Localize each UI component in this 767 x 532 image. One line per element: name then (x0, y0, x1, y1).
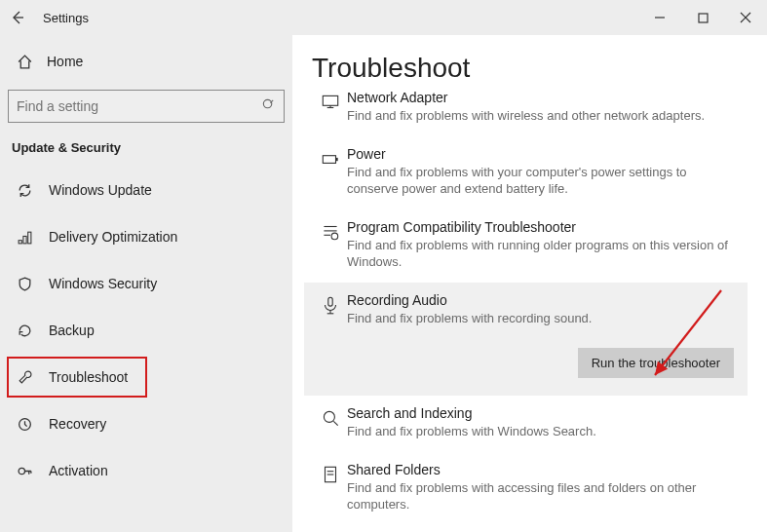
sidebar-item-label: Windows Update (49, 182, 152, 198)
troubleshooter-desc: Find and fix problems with running older… (347, 237, 738, 271)
troubleshooter-power[interactable]: Power Find and fix problems with your co… (304, 136, 748, 209)
search-icon (261, 97, 276, 116)
sidebar-item-windows-security[interactable]: Windows Security (8, 264, 285, 303)
home-label: Home (47, 54, 83, 69)
search-box[interactable] (8, 90, 285, 123)
troubleshooter-title: Network Adapter (347, 90, 738, 105)
wrench-icon (14, 369, 35, 386)
svg-rect-7 (22, 236, 25, 243)
sidebar-nav: Windows Update Delivery Optimization Win… (8, 171, 285, 490)
troubleshooter-list: Network Adapter Find and fix problems wi… (304, 90, 748, 525)
svg-rect-6 (19, 240, 21, 243)
sidebar-item-recovery[interactable]: Recovery (8, 404, 285, 443)
troubleshooter-desc: Find and fix problems with your computer… (347, 164, 738, 198)
section-header: Update & Security (12, 140, 285, 155)
troubleshooter-program-compatibility[interactable]: Program Compatibility Troubleshooter Fin… (304, 209, 748, 283)
troubleshooter-desc: Find and fix problems with accessing fil… (347, 479, 738, 513)
svg-point-4 (263, 99, 271, 107)
troubleshooter-shared-folders[interactable]: Shared Folders Find and fix problems wit… (304, 452, 748, 525)
titlebar: Settings (0, 0, 767, 35)
troubleshooter-desc: Find and fix problems with wireless and … (347, 107, 738, 125)
svg-point-19 (331, 233, 338, 240)
sidebar-item-label: Activation (49, 463, 108, 478)
troubleshooter-title: Search and Indexing (347, 405, 738, 421)
monitor-icon (314, 90, 347, 125)
backup-icon (14, 323, 35, 339)
sidebar-item-label: Windows Security (49, 276, 157, 291)
close-button[interactable] (724, 0, 767, 35)
window-title: Settings (43, 11, 89, 25)
troubleshooter-title: Shared Folders (347, 462, 738, 477)
sidebar-item-backup[interactable]: Backup (8, 311, 285, 350)
troubleshooter-title: Power (347, 146, 738, 162)
sidebar-item-windows-update[interactable]: Windows Update (8, 171, 285, 209)
troubleshooter-desc: Find and fix problems with recording sou… (347, 310, 738, 327)
run-troubleshooter-button[interactable]: Run the troubleshooter (578, 348, 734, 378)
shield-icon (14, 276, 35, 292)
svg-point-10 (19, 468, 24, 474)
sidebar-item-label: Backup (49, 323, 95, 338)
sidebar-item-label: Recovery (49, 416, 106, 432)
sidebar-item-label: Troubleshoot (49, 369, 128, 385)
minimize-button[interactable] (638, 0, 681, 35)
battery-icon (314, 146, 347, 198)
maximize-button[interactable] (681, 0, 724, 35)
svg-rect-14 (323, 155, 335, 163)
troubleshooter-search-indexing[interactable]: Search and Indexing Find and fix problem… (304, 396, 748, 452)
home-icon (14, 54, 35, 70)
microphone-icon (314, 292, 347, 379)
svg-rect-1 (699, 14, 708, 22)
minimize-icon (654, 12, 666, 23)
svg-rect-15 (336, 157, 338, 160)
troubleshooter-desc: Find and fix problems with Windows Searc… (347, 423, 738, 440)
sidebar-item-delivery-optimization[interactable]: Delivery Optimization (8, 217, 285, 256)
search-input[interactable] (17, 98, 261, 114)
key-icon (14, 463, 35, 479)
sidebar-item-label: Delivery Optimization (49, 229, 177, 245)
svg-line-24 (333, 422, 337, 426)
troubleshooter-network-adapter[interactable]: Network Adapter Find and fix problems wi… (304, 90, 748, 136)
sync-icon (14, 182, 35, 199)
svg-rect-8 (27, 232, 30, 244)
arrow-left-icon (10, 10, 25, 25)
troubleshooter-title: Program Compatibility Troubleshooter (347, 219, 738, 235)
sidebar-item-troubleshoot[interactable]: Troubleshoot (8, 358, 146, 397)
maximize-icon (698, 13, 709, 23)
sidebar: Home Update & Security Windows Update De… (0, 35, 292, 532)
svg-point-23 (324, 412, 334, 423)
search-icon (314, 405, 347, 440)
page-title: Troubleshoot (312, 53, 748, 84)
main-content: Troubleshoot Network Adapter Find and fi… (292, 35, 767, 532)
sidebar-item-activation[interactable]: Activation (8, 451, 285, 490)
svg-rect-20 (328, 297, 332, 306)
optimization-icon (14, 229, 35, 246)
recovery-icon (14, 416, 35, 433)
list-icon (314, 219, 347, 271)
svg-rect-11 (323, 95, 337, 105)
folder-share-icon (314, 462, 347, 513)
troubleshooter-recording-audio[interactable]: Recording Audio Find and fix problems wi… (304, 283, 748, 397)
back-button[interactable] (0, 0, 35, 35)
home-nav[interactable]: Home (8, 43, 285, 80)
close-icon (740, 12, 751, 23)
troubleshooter-title: Recording Audio (347, 292, 738, 308)
